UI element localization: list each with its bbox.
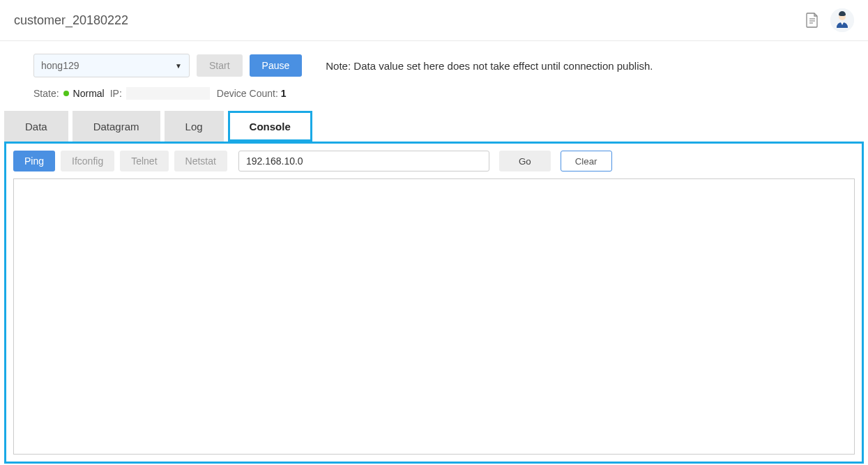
control-row: hong129 ▼ Start Pause Note: Data value s…: [33, 54, 835, 77]
ip-label: IP:: [110, 88, 122, 99]
state-value: Normal: [73, 88, 105, 99]
status-row: State: Normal IP: Device Count: 1: [33, 87, 835, 100]
tab-console[interactable]: Console: [228, 111, 312, 142]
command-input[interactable]: [238, 151, 489, 171]
page-header: customer_20180222: [0, 0, 868, 41]
note-text: Note: Data value set here does not take …: [326, 60, 653, 72]
start-button[interactable]: Start: [197, 54, 243, 77]
tab-data[interactable]: Data: [4, 111, 68, 142]
device-count-label: Device Count:: [217, 88, 278, 99]
main-content: hong129 ▼ Start Pause Note: Data value s…: [0, 41, 868, 464]
netstat-button[interactable]: Netstat: [174, 151, 227, 171]
chevron-down-icon: ▼: [175, 62, 182, 70]
tab-log[interactable]: Log: [165, 111, 224, 142]
page-title: customer_20180222: [14, 13, 128, 28]
tab-datagram[interactable]: Datagram: [73, 111, 160, 142]
console-panel: Ping Ifconfig Telnet Netstat Go Clear: [4, 142, 864, 464]
device-count-value: 1: [281, 88, 287, 99]
header-actions: [805, 8, 854, 32]
status-indicator-icon: [63, 91, 69, 96]
select-value: hong129: [41, 60, 79, 71]
ping-button[interactable]: Ping: [13, 151, 55, 171]
ip-value: [126, 87, 210, 100]
pause-button[interactable]: Pause: [250, 54, 303, 77]
ifconfig-button[interactable]: Ifconfig: [61, 151, 114, 171]
state-label: State:: [33, 88, 59, 99]
console-controls: Ping Ifconfig Telnet Netstat Go Clear: [13, 151, 855, 171]
customer-select[interactable]: hong129 ▼: [33, 54, 190, 77]
tabs: Data Datagram Log Console: [4, 111, 835, 142]
go-button[interactable]: Go: [499, 151, 551, 171]
document-icon[interactable]: [805, 13, 819, 28]
console-output[interactable]: [13, 178, 855, 455]
tabs-wrapper: Data Datagram Log Console: [4, 111, 835, 142]
telnet-button[interactable]: Telnet: [120, 151, 168, 171]
clear-button[interactable]: Clear: [561, 151, 612, 171]
avatar[interactable]: [830, 8, 854, 32]
